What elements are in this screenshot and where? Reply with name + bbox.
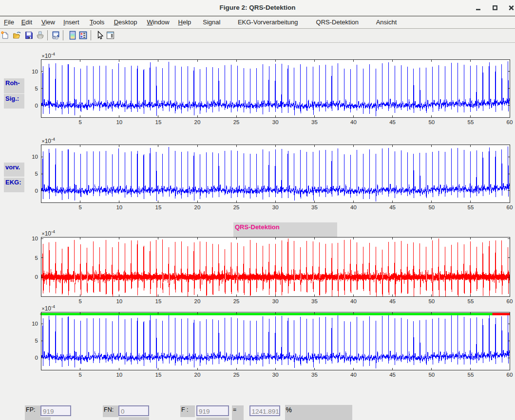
svg-text:50: 50 [428,119,435,125]
svg-text:35: 35 [311,204,318,210]
svg-text:0: 0 [35,274,38,280]
svg-text:5: 5 [78,204,81,210]
svg-text:0: 0 [35,188,38,194]
svg-text:5: 5 [78,119,81,125]
svg-text:15: 15 [155,204,162,210]
svg-text:45: 45 [389,372,396,378]
svg-text:0: 0 [35,103,38,109]
svg-text:60: 60 [507,119,513,125]
svg-text:5: 5 [35,171,38,177]
svg-text:15: 15 [155,298,162,304]
svg-text:50: 50 [428,298,435,304]
svg-text:30: 30 [272,372,279,378]
svg-text:15: 15 [155,119,162,125]
svg-text:30: 30 [272,298,279,304]
svg-text:30: 30 [272,204,279,210]
svg-text:35: 35 [311,119,318,125]
svg-text:10: 10 [32,236,38,241]
svg-text:40: 40 [350,372,357,378]
svg-text:×10-4: ×10-4 [42,52,56,59]
svg-text:10: 10 [32,69,38,74]
svg-text:40: 40 [350,298,357,304]
svg-text:45: 45 [389,204,396,210]
svg-text:35: 35 [311,298,318,304]
svg-text:10: 10 [116,119,122,125]
svg-text:×10-4: ×10-4 [42,137,56,145]
svg-text:25: 25 [233,119,240,125]
svg-text:55: 55 [468,119,474,125]
svg-text:25: 25 [233,372,240,378]
svg-text:10: 10 [32,321,38,327]
svg-text:5: 5 [78,372,81,378]
svg-text:60: 60 [507,204,513,210]
svg-text:10: 10 [116,372,122,378]
svg-text:55: 55 [468,298,474,304]
svg-text:0: 0 [35,355,38,361]
svg-text:×10-4: ×10-4 [42,304,56,312]
svg-text:20: 20 [194,372,201,378]
svg-text:35: 35 [311,372,318,378]
svg-text:45: 45 [389,298,396,304]
svg-text:50: 50 [428,372,435,378]
svg-text:20: 20 [194,298,201,304]
svg-text:15: 15 [155,372,162,378]
svg-text:10: 10 [32,154,38,160]
svg-text:25: 25 [233,204,240,210]
svg-text:45: 45 [389,119,396,125]
svg-text:20: 20 [194,119,201,125]
svg-text:55: 55 [468,372,474,378]
svg-text:5: 5 [35,255,38,261]
svg-text:40: 40 [350,119,357,125]
svg-text:5: 5 [35,86,38,91]
svg-text:20: 20 [194,204,201,210]
svg-text:40: 40 [350,204,357,210]
svg-text:5: 5 [78,298,81,304]
svg-text:30: 30 [272,119,279,125]
svg-text:60: 60 [507,372,513,378]
svg-text:10: 10 [116,298,122,304]
svg-text:50: 50 [428,204,435,210]
svg-text:25: 25 [233,298,240,304]
svg-text:55: 55 [468,204,474,210]
svg-text:10: 10 [116,204,122,210]
svg-text:60: 60 [507,298,513,304]
svg-text:×10-4: ×10-4 [42,229,56,237]
svg-text:5: 5 [35,338,38,344]
